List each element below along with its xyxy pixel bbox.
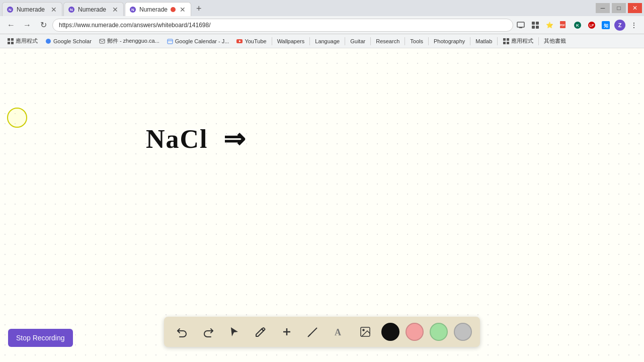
new-tab-button[interactable]: + <box>192 2 206 16</box>
bookmark-matlab-label: Matlab <box>475 38 492 44</box>
extension-icon[interactable] <box>529 19 541 31</box>
svg-text:知: 知 <box>603 23 608 28</box>
color-gray[interactable] <box>454 323 472 341</box>
tab3-favicon: N <box>129 6 136 13</box>
tab2-favicon: N <box>68 6 75 13</box>
select-button[interactable] <box>224 322 245 342</box>
scholar-icon <box>45 38 52 45</box>
nav-bar: ← → ↻ https://www.numerade.com/answers/w… <box>0 16 644 34</box>
svg-rect-23 <box>11 42 14 44</box>
bookmark-more[interactable]: 其他書籤 <box>541 36 569 46</box>
bookmark-apps2-label: 應用程式 <box>511 37 533 45</box>
bookmark-language-label: Language <box>315 38 340 44</box>
bookmark-scholar[interactable]: Google Scholar <box>42 37 95 46</box>
bookmark-tools[interactable]: Tools <box>407 37 426 45</box>
close-button[interactable]: ✕ <box>628 3 642 13</box>
svg-rect-25 <box>100 39 105 43</box>
bookmark-star-icon[interactable]: ⭐ <box>543 19 555 31</box>
svg-point-40 <box>363 329 364 331</box>
pen-button[interactable] <box>251 322 271 342</box>
tab1-favicon: N <box>7 6 14 13</box>
highlighter-button[interactable] <box>303 322 323 342</box>
bookmark-scholar-label: Google Scholar <box>53 38 92 44</box>
svg-rect-8 <box>532 22 535 25</box>
bookmark-email[interactable]: 郵件 - zhengguo.ca... <box>96 36 163 46</box>
drawing-toolbar: A <box>164 317 480 347</box>
svg-text:PDF: PDF <box>560 24 565 27</box>
add-button[interactable] <box>277 322 297 342</box>
svg-rect-11 <box>536 26 539 29</box>
svg-rect-10 <box>532 26 535 29</box>
svg-rect-20 <box>8 38 10 41</box>
bookmark-calendar[interactable]: Google Calendar - J... <box>164 37 232 46</box>
image-button[interactable] <box>355 322 375 342</box>
color-green[interactable] <box>430 323 448 341</box>
bookmark-matlab[interactable]: Matlab <box>472 37 495 45</box>
bookmark-more-label: 其他書籤 <box>544 37 566 45</box>
tab2-close[interactable]: ✕ <box>111 5 119 15</box>
bookmark-photography[interactable]: Photography <box>431 37 468 45</box>
kaspersky-icon[interactable]: K <box>572 19 584 31</box>
youtube-icon <box>236 38 243 45</box>
tab-3[interactable]: N Numerade ✕ <box>125 2 191 16</box>
back-button[interactable]: ← <box>4 18 18 32</box>
bm-separator6 <box>428 37 429 45</box>
bookmark-wallpapers-label: Wallpapers <box>277 38 305 44</box>
bookmark-guitar[interactable]: Guitar <box>347 37 368 45</box>
cursor-circle <box>7 108 27 128</box>
bookmark-photography-label: Photography <box>434 38 465 44</box>
bookmark-wallpapers[interactable]: Wallpapers <box>274 37 308 45</box>
whiteboard[interactable]: NaCl ⇒ <box>0 48 644 362</box>
bookmark-research[interactable]: Research <box>373 37 403 45</box>
text-button[interactable]: A <box>329 322 349 342</box>
bookmark-apps2[interactable]: 應用程式 <box>500 36 536 46</box>
forward-button[interactable]: → <box>20 18 34 32</box>
stop-recording-button[interactable]: Stop Recording <box>8 329 73 347</box>
tab1-close[interactable]: ✕ <box>50 5 58 15</box>
pdf-icon[interactable]: PDF <box>557 19 570 31</box>
tab-1[interactable]: N Numerade ✕ <box>2 2 62 16</box>
bm-separator2 <box>309 37 310 45</box>
tab3-title: Numerade <box>139 6 168 13</box>
svg-rect-26 <box>168 39 173 44</box>
svg-rect-7 <box>519 27 522 28</box>
svg-rect-31 <box>507 38 509 41</box>
nav-icons: ⭐ PDF K LP 知 Z ⋮ <box>515 19 640 31</box>
bookmark-apps1[interactable]: 應用程式 <box>4 36 41 46</box>
bm-separator9 <box>538 37 539 45</box>
minimize-button[interactable]: ─ <box>596 3 610 13</box>
svg-rect-32 <box>503 42 506 44</box>
tab3-recording-indicator <box>171 7 176 12</box>
svg-rect-22 <box>8 42 10 44</box>
color-pink[interactable] <box>406 323 424 341</box>
tab-2[interactable]: N Numerade ✕ <box>63 2 124 16</box>
undo-button[interactable] <box>172 322 192 342</box>
bm-separator7 <box>470 37 470 45</box>
address-bar[interactable]: https://www.numerade.com/answers/whitebo… <box>52 19 513 32</box>
bm-separator8 <box>497 37 498 45</box>
bookmark-youtube-label: YouTube <box>245 38 266 44</box>
redo-button[interactable] <box>198 322 218 342</box>
svg-text:LP: LP <box>590 24 594 27</box>
tab1-title: Numerade <box>17 6 47 13</box>
bookmark-research-label: Research <box>376 38 399 44</box>
profile-icon[interactable]: Z <box>614 19 626 31</box>
bookmark-email-label: 郵件 - zhengguo.ca... <box>107 37 159 45</box>
color-black[interactable] <box>381 323 399 341</box>
refresh-button[interactable]: ↻ <box>36 18 50 32</box>
bm-separator5 <box>405 37 405 45</box>
svg-point-24 <box>46 39 51 44</box>
lastpass-icon[interactable]: LP <box>586 19 598 31</box>
bookmark-language[interactable]: Language <box>312 37 343 45</box>
calendar-icon <box>167 38 174 45</box>
tab2-title: Numerade <box>78 6 108 13</box>
screen-share-icon[interactable] <box>515 19 527 31</box>
tab-bar: N Numerade ✕ N Numerade ✕ N Numerade <box>2 0 592 16</box>
tab3-close[interactable]: ✕ <box>179 5 187 15</box>
menu-icon[interactable]: ⋮ <box>628 19 640 31</box>
bookmark-guitar-label: Guitar <box>350 38 365 44</box>
zhihu-icon[interactable]: 知 <box>600 19 612 31</box>
maximize-button[interactable]: □ <box>612 3 626 13</box>
bookmark-youtube[interactable]: YouTube <box>233 37 269 46</box>
svg-text:N: N <box>131 8 134 12</box>
